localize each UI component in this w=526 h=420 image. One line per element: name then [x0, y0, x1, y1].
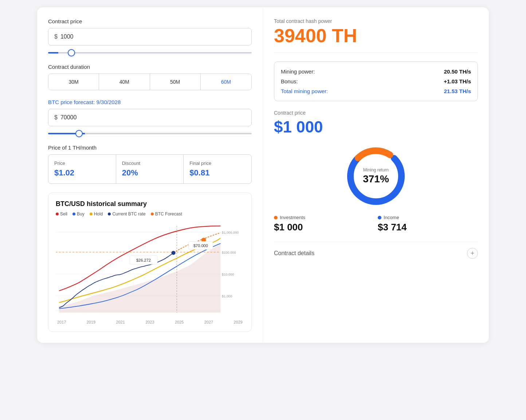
investments-label-row: Investments: [274, 215, 374, 220]
total-mining-power-value: 21.53 TH/s: [444, 88, 471, 94]
chart-svg-area: $26.272 $70.000 $1,000.000 $100.000 $10.…: [56, 222, 244, 318]
btc-currency: $: [54, 114, 58, 121]
legend-sell-label: Sell: [60, 211, 67, 217]
th-price-cell-discount: Discount 20%: [116, 155, 184, 183]
right-panel: Total contract hash power 39400 TH Minin…: [263, 7, 489, 343]
duration-section: Contract duration 30M 40M 50M 60M: [48, 64, 252, 90]
legend-buy-label: Buy: [77, 211, 85, 217]
x-label-2017: 2017: [57, 320, 66, 324]
chart-section: BTC/USD historical summary Sell Buy Hold…: [48, 193, 252, 332]
th-price-cell-final-label: Final price: [189, 161, 246, 166]
legend-hold-label: Hold: [94, 211, 103, 217]
chart-legend: Sell Buy Hold Current BTC rate BTC Forec…: [56, 211, 244, 217]
legend-buy: Buy: [72, 211, 85, 217]
contract-details-text: Contract details: [274, 250, 314, 257]
income-dot: [378, 216, 381, 219]
price-label-1-text: $26.272: [136, 258, 151, 262]
chart-svg: $26.272 $70.000 $1,000.000 $100.000 $10.…: [56, 222, 244, 316]
btc-forecast-input-box: $ 70000: [48, 109, 252, 126]
donut-container: Mining return 371%: [274, 143, 478, 209]
btc-forecast-value: 70000: [60, 114, 77, 121]
x-label-2027: 2027: [204, 320, 213, 324]
th-price-cell-final-value: $0.81: [189, 168, 246, 178]
th-price-cell-final: Final price $0.81: [184, 155, 251, 183]
contract-price-slider-container[interactable]: [48, 48, 252, 55]
contract-details-expand-button[interactable]: +: [467, 248, 478, 259]
price-label-2-text: $70.000: [193, 243, 208, 248]
legend-btc-forecast-label: BTC Forecast: [155, 211, 182, 217]
th-price-cell-discount-label: Discount: [122, 161, 178, 166]
bonus-label: Bonus:: [281, 78, 298, 84]
btc-forecast-section: BTC price forecast: 9/30/2028 $ 70000: [48, 99, 252, 136]
mining-stats-box: Mining power: 20.50 TH/s Bonus: +1.03 TH…: [274, 62, 478, 101]
legend-btc-forecast-dot: [151, 213, 154, 215]
main-container: Contract price $ 1000 Contract duration …: [37, 7, 489, 343]
right-contract-price-label: Contract price: [274, 110, 478, 116]
legend-sell: Sell: [56, 211, 67, 217]
invest-income-grid: Investments $1 000 Income $3 714: [274, 215, 478, 233]
chart-x-labels: 2017 2019 2021 2023 2025 2027 2029: [56, 320, 244, 324]
investments-dot: [274, 216, 278, 219]
x-label-2023: 2023: [145, 320, 154, 324]
btc-forecast-slider[interactable]: [48, 133, 252, 134]
legend-btc-rate: Current BTC rate: [108, 211, 145, 217]
th-price-cell-price: Price $1.02: [48, 155, 116, 183]
duration-btn-30m[interactable]: 30M: [48, 74, 99, 90]
x-label-2021: 2021: [116, 320, 125, 324]
contract-price-value: 1000: [60, 33, 74, 40]
investments-cell: Investments $1 000: [274, 215, 374, 233]
x-label-2029: 2029: [234, 320, 243, 324]
chart-title: BTC/USD historical summary: [56, 200, 244, 208]
y-label-100k: $100.000: [222, 251, 236, 254]
legend-sell-dot: [56, 213, 59, 215]
th-price-label: Price of 1 TH/month: [48, 144, 252, 151]
y-label-10k: $10.000: [222, 273, 234, 276]
btc-forecast-date: 9/30/2028: [97, 99, 121, 105]
y-label-1k: $1.000: [222, 294, 232, 298]
legend-hold: Hold: [90, 211, 103, 217]
legend-buy-dot: [72, 213, 75, 215]
btc-area-fill: [59, 244, 220, 313]
th-price-grid: Price $1.02 Discount 20% Final price $0.…: [48, 154, 252, 184]
btc-forecast-prefix: BTC price forecast:: [48, 99, 97, 105]
duration-btn-40m[interactable]: 40M: [99, 74, 150, 90]
bonus-row: Bonus: +1.03 TH/s: [281, 78, 471, 84]
btc-forecast-slider-container[interactable]: [48, 129, 252, 136]
hash-power-section: Total contract hash power 39400 TH: [274, 18, 478, 53]
investments-amount: $1 000: [274, 222, 374, 233]
right-contract-price-section: Contract price $1 000 Mining return: [274, 110, 478, 233]
donut-center-value: 371%: [363, 173, 389, 185]
contract-price-slider[interactable]: [48, 52, 252, 54]
btc-current-dot: [172, 251, 176, 255]
donut-wrapper: Mining return 371%: [343, 143, 409, 209]
total-mining-power-row: Total mining power: 21.53 TH/s: [281, 88, 471, 94]
duration-btn-50m[interactable]: 50M: [150, 74, 201, 90]
donut-center-label: Mining return: [363, 167, 389, 173]
contract-price-currency: $: [54, 33, 58, 40]
contract-details-row[interactable]: Contract details +: [274, 242, 478, 259]
income-amount: $3 714: [378, 222, 478, 233]
th-price-section: Price of 1 TH/month Price $1.02 Discount…: [48, 144, 252, 184]
legend-btc-forecast: BTC Forecast: [151, 211, 182, 217]
contract-price-input-box: $ 1000: [48, 28, 252, 45]
income-cell: Income $3 714: [378, 215, 478, 233]
duration-btn-60m[interactable]: 60M: [201, 74, 251, 90]
hash-power-label: Total contract hash power: [274, 18, 478, 24]
total-mining-power-label: Total mining power:: [281, 88, 328, 94]
th-price-cell-price-value: $1.02: [54, 168, 110, 178]
bonus-value: +1.03 TH/s: [444, 78, 471, 84]
th-price-cell-price-label: Price: [54, 161, 110, 166]
donut-center: Mining return 371%: [363, 167, 389, 185]
legend-btc-rate-label: Current BTC rate: [112, 211, 145, 217]
mining-power-value: 20.50 TH/s: [444, 68, 471, 75]
chart-wrapper: $26.272 $70.000 $1,000.000 $100.000 $10.…: [56, 222, 244, 318]
mining-power-label: Mining power:: [281, 68, 315, 75]
legend-hold-dot: [90, 213, 93, 215]
x-label-2019: 2019: [87, 320, 95, 324]
left-panel: Contract price $ 1000 Contract duration …: [37, 7, 263, 343]
duration-buttons: 30M 40M 50M 60M: [48, 74, 252, 90]
legend-btc-rate-dot: [108, 213, 111, 215]
contract-price-label: Contract price: [48, 18, 252, 24]
th-price-cell-discount-value: 20%: [122, 168, 178, 178]
income-label-row: Income: [378, 215, 478, 220]
